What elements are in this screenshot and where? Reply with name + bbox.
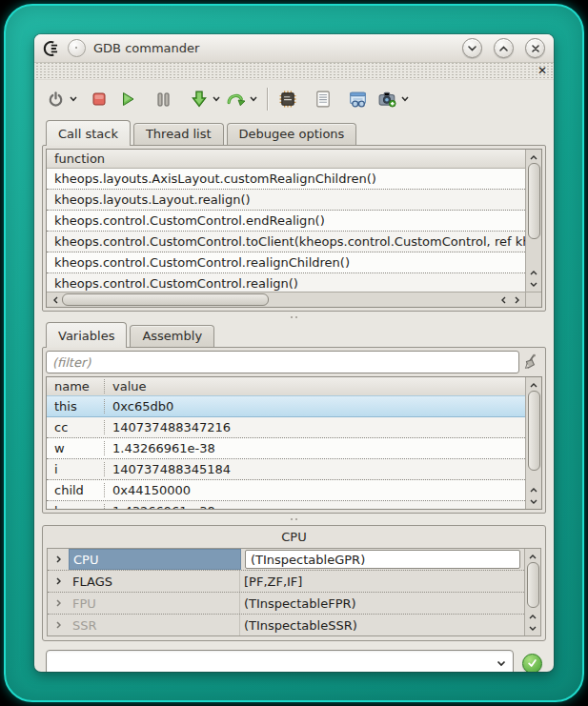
watches-button[interactable] xyxy=(346,87,370,111)
scroll-right-icon[interactable] xyxy=(510,293,523,306)
scroll-up-icon[interactable] xyxy=(528,151,540,163)
minimize-button[interactable] xyxy=(462,38,482,58)
scrollbar-thumb[interactable] xyxy=(62,293,269,306)
dock-close-icon[interactable]: ✕ xyxy=(537,63,547,79)
chevron-down-icon xyxy=(70,96,77,102)
variable-row[interactable]: cc 140737488347216 xyxy=(47,417,525,438)
splitter-handle[interactable] xyxy=(34,312,554,322)
variable-row[interactable]: i 140737488345184 xyxy=(47,459,525,480)
callstack-row[interactable]: kheops.control.CustomControl.realignChil… xyxy=(47,252,525,273)
cpu-value-editor[interactable]: (TInspectableGPR) xyxy=(245,550,520,569)
pause-icon xyxy=(157,92,170,107)
close-icon xyxy=(532,45,539,52)
chevron-up-icon xyxy=(499,46,508,51)
snapshot-dropdown[interactable] xyxy=(399,87,411,111)
power-button[interactable] xyxy=(44,87,68,111)
tab-assembly[interactable]: Assembly xyxy=(130,325,214,347)
cpu-row[interactable]: SSR (TInspectableSSR) xyxy=(48,615,524,635)
callstack-row[interactable]: kheops.control.CustomControl.realign() xyxy=(47,273,525,292)
cpu-row[interactable]: FLAGS [PF,ZF,IF] xyxy=(48,571,524,593)
scroll-up-icon[interactable] xyxy=(528,484,540,495)
scroll-left-icon[interactable] xyxy=(497,293,510,306)
cpu-table: CPU (TInspectableGPR) FLAGS [PF,ZF,IF] F… xyxy=(47,548,541,636)
snapshot-button[interactable] xyxy=(375,87,399,111)
green-curved-arrow-icon xyxy=(227,91,245,108)
variable-row[interactable]: child 0x44150000 xyxy=(47,480,525,501)
tab-call-stack[interactable]: Call stack xyxy=(46,120,131,146)
variable-row[interactable]: this 0xc65db0 xyxy=(47,395,525,417)
gdb-commander-window: GDB commander ✕ xyxy=(34,34,554,672)
window-glasses-icon xyxy=(349,91,367,108)
scroll-down-icon[interactable] xyxy=(528,495,540,507)
stop-icon xyxy=(92,92,106,106)
variable-row[interactable]: h 1.43266961e-38 xyxy=(47,501,525,509)
callstack-row[interactable]: kheops.control.CustomControl.endRealign(… xyxy=(47,211,525,232)
filter-input[interactable] xyxy=(46,351,519,373)
chip-icon xyxy=(279,91,296,108)
variables-section: Variables Assembly name xyxy=(42,322,546,514)
window-menu-button[interactable] xyxy=(68,39,86,57)
cpu-row[interactable]: FPU (TInspectableFPR) xyxy=(48,593,524,615)
callstack-column-header[interactable]: function xyxy=(47,150,525,169)
step-over-button[interactable] xyxy=(224,87,248,111)
chevron-down-icon xyxy=(468,46,476,51)
expand-arrow-icon[interactable] xyxy=(48,593,69,614)
scroll-down-icon[interactable] xyxy=(528,278,540,290)
dock-titlebar[interactable]: ✕ xyxy=(34,63,554,80)
tab-thread-list[interactable]: Thread list xyxy=(133,123,224,145)
maximize-button[interactable] xyxy=(494,38,514,58)
chevron-down-icon xyxy=(401,96,409,102)
chevron-down-icon xyxy=(497,660,506,667)
scroll-up-icon[interactable] xyxy=(527,551,539,562)
app-icon xyxy=(43,40,60,57)
execute-button[interactable] xyxy=(522,654,542,673)
command-combobox[interactable] xyxy=(46,650,514,672)
callstack-row[interactable]: kheops.layouts.Layout.realign() xyxy=(47,190,525,211)
tab-variables[interactable]: Variables xyxy=(46,322,127,348)
cpu-group: CPU CPU (TInspectableGPR) FLAGS [PF,ZF,I… xyxy=(42,525,546,641)
play-icon xyxy=(121,91,135,107)
tab-debugee-options[interactable]: Debugee options xyxy=(227,123,357,145)
scroll-down-icon[interactable] xyxy=(527,622,539,634)
chevron-down-icon xyxy=(250,96,257,102)
step-into-button[interactable] xyxy=(187,87,211,111)
scroll-up-icon[interactable] xyxy=(528,379,540,391)
column-header-value[interactable]: value xyxy=(105,379,147,393)
combo-dropdown-button[interactable] xyxy=(490,651,513,672)
scrollbar-thumb[interactable] xyxy=(528,163,540,239)
clear-filter-button[interactable] xyxy=(519,352,542,373)
scroll-up-icon[interactable] xyxy=(528,267,540,278)
cpu-row[interactable]: CPU (TInspectableGPR) xyxy=(48,549,524,571)
callstack-horizontal-scrollbar[interactable] xyxy=(47,292,525,307)
scroll-up-icon[interactable] xyxy=(527,611,539,622)
scroll-left-icon[interactable] xyxy=(49,293,62,306)
variables-vertical-scrollbar[interactable] xyxy=(525,377,541,509)
variable-row[interactable]: w 1.43266961e-38 xyxy=(47,438,525,459)
camera-plus-icon xyxy=(378,91,396,108)
power-dropdown[interactable] xyxy=(68,87,79,111)
callstack-pane: function kheops.layouts.AxisLayout.custo… xyxy=(42,145,546,312)
step-into-dropdown[interactable] xyxy=(211,87,222,111)
splitter-handle[interactable] xyxy=(34,514,554,524)
command-input[interactable] xyxy=(47,656,490,671)
view-cpu-button[interactable] xyxy=(275,87,299,111)
callstack-row[interactable]: kheops.layouts.AxisLayout.customRealignC… xyxy=(47,169,525,190)
run-button[interactable] xyxy=(116,87,140,111)
expand-arrow-icon[interactable] xyxy=(48,549,69,570)
column-header-name[interactable]: name xyxy=(47,379,105,393)
pause-button[interactable] xyxy=(152,87,175,111)
callstack-row[interactable]: kheops.control.CustomControl.toClient(kh… xyxy=(47,232,525,252)
cpu-group-title: CPU xyxy=(47,528,541,548)
green-down-arrow-icon xyxy=(191,91,208,108)
expand-arrow-icon[interactable] xyxy=(48,571,69,592)
callstack-vertical-scrollbar[interactable] xyxy=(525,150,541,292)
close-button[interactable] xyxy=(525,38,545,58)
scrollbar-thumb[interactable] xyxy=(528,391,540,471)
command-bar xyxy=(34,641,554,672)
view-log-button[interactable] xyxy=(311,87,335,111)
scrollbar-thumb[interactable] xyxy=(527,562,539,608)
stop-button[interactable] xyxy=(87,87,111,111)
cpu-vertical-scrollbar[interactable] xyxy=(524,549,540,635)
step-over-dropdown[interactable] xyxy=(248,87,259,111)
expand-arrow-icon[interactable] xyxy=(48,615,69,635)
